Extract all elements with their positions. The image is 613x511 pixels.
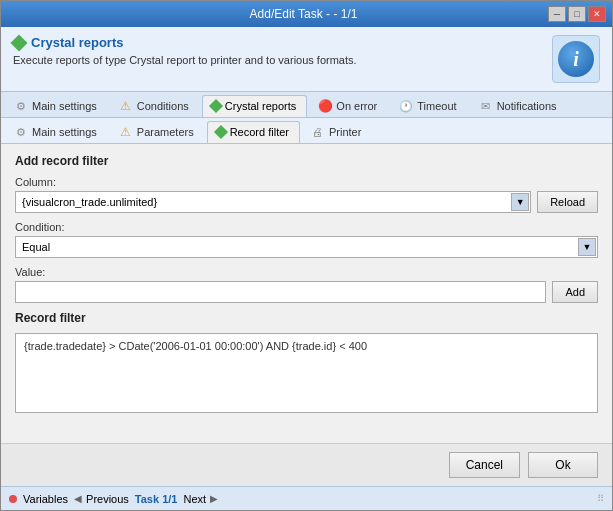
value-label: Value: [15, 266, 598, 278]
ok-button[interactable]: Ok [528, 452, 598, 478]
warning-icon-inner: ⚠ [119, 125, 133, 139]
cancel-button[interactable]: Cancel [449, 452, 520, 478]
status-nav: ◀ Previous [74, 493, 129, 505]
column-dropdown[interactable]: {visualcron_trade.unlimited} [15, 191, 531, 213]
minimize-button[interactable]: ─ [548, 6, 566, 22]
warning-icon: ⚠ [119, 99, 133, 113]
status-nav-next: Next ▶ [183, 493, 218, 505]
value-row: Add [15, 281, 598, 303]
inner-tab-bar: ⚙ Main settings ⚠ Parameters Record filt… [1, 118, 612, 144]
record-filter-section-title: Record filter [15, 311, 598, 325]
tab-main-settings-label: Main settings [32, 100, 97, 112]
column-row: {visualcron_trade.unlimited} ▼ Reload [15, 191, 598, 213]
tab-on-error[interactable]: 🔴 On error [309, 95, 388, 117]
value-input[interactable] [15, 281, 546, 303]
section-title: Add record filter [15, 154, 598, 168]
gear-icon-inner: ⚙ [14, 125, 28, 139]
next-arrow-icon[interactable]: ▶ [210, 493, 218, 504]
main-window: Add/Edit Task - - 1/1 ─ □ ✕ Crystal repo… [0, 0, 613, 511]
tab-conditions-label: Conditions [137, 100, 189, 112]
tab-main-settings[interactable]: ⚙ Main settings [5, 95, 108, 117]
close-button[interactable]: ✕ [588, 6, 606, 22]
tab-crystal-reports[interactable]: Crystal reports [202, 95, 308, 117]
record-filter-box[interactable]: {trade.tradedate} > CDate('2006-01-01 00… [15, 333, 598, 413]
title-bar-controls: ─ □ ✕ [548, 6, 606, 22]
variables-label[interactable]: Variables [23, 493, 68, 505]
bell-icon: ✉ [479, 99, 493, 113]
header-left: Crystal reports Execute reports of type … [13, 35, 357, 66]
maximize-button[interactable]: □ [568, 6, 586, 22]
info-icon: i [558, 41, 594, 77]
status-dot [9, 495, 17, 503]
tab-inner-parameters[interactable]: ⚠ Parameters [110, 121, 205, 143]
tab-on-error-label: On error [336, 100, 377, 112]
title-bar: Add/Edit Task - - 1/1 ─ □ ✕ [1, 1, 612, 27]
clock-icon: 🕐 [399, 99, 413, 113]
window-title: Add/Edit Task - - 1/1 [59, 7, 548, 21]
tab-notifications[interactable]: ✉ Notifications [470, 95, 568, 117]
header-title-text: Crystal reports [31, 35, 123, 50]
resize-grip: ⠿ [597, 493, 604, 504]
prev-arrow-icon[interactable]: ◀ [74, 493, 82, 504]
header-title-row: Crystal reports [13, 35, 357, 50]
diamond-icon [209, 99, 223, 113]
content-area: Add record filter Column: {visualcron_tr… [1, 144, 612, 443]
next-label[interactable]: Next [183, 493, 206, 505]
reload-button[interactable]: Reload [537, 191, 598, 213]
tab-conditions[interactable]: ⚠ Conditions [110, 95, 200, 117]
condition-label: Condition: [15, 221, 598, 233]
tab-crystal-reports-label: Crystal reports [225, 100, 297, 112]
tab-inner-main-settings-label: Main settings [32, 126, 97, 138]
column-combo-wrapper: {visualcron_trade.unlimited} ▼ [15, 191, 531, 213]
bottom-buttons: Cancel Ok [1, 443, 612, 486]
crystal-reports-icon [11, 34, 28, 51]
tab-inner-main-settings[interactable]: ⚙ Main settings [5, 121, 108, 143]
tab-inner-printer[interactable]: 🖨 Printer [302, 121, 372, 143]
add-button[interactable]: Add [552, 281, 598, 303]
previous-label[interactable]: Previous [86, 493, 129, 505]
status-bar: Variables ◀ Previous Task 1/1 Next ▶ ⠿ [1, 486, 612, 510]
diamond-icon-inner [214, 125, 228, 139]
tab-inner-printer-label: Printer [329, 126, 361, 138]
header-area: Crystal reports Execute reports of type … [1, 27, 612, 92]
column-label: Column: [15, 176, 598, 188]
tab-timeout-label: Timeout [417, 100, 456, 112]
printer-icon: 🖨 [311, 125, 325, 139]
tab-inner-record-filter[interactable]: Record filter [207, 121, 300, 143]
condition-combo-wrapper: Equal ▼ [15, 236, 598, 258]
header-description: Execute reports of type Crystal report t… [13, 54, 357, 66]
tab-timeout[interactable]: 🕐 Timeout [390, 95, 467, 117]
tab-notifications-label: Notifications [497, 100, 557, 112]
top-tab-bar: ⚙ Main settings ⚠ Conditions Crystal rep… [1, 92, 612, 118]
header-info-icon-box: i [552, 35, 600, 83]
condition-dropdown[interactable]: Equal [15, 236, 598, 258]
tab-inner-record-filter-label: Record filter [230, 126, 289, 138]
task-label: Task 1/1 [135, 493, 178, 505]
gear-icon: ⚙ [14, 99, 28, 113]
error-icon: 🔴 [318, 99, 332, 113]
condition-row: Equal ▼ [15, 236, 598, 258]
tab-inner-parameters-label: Parameters [137, 126, 194, 138]
